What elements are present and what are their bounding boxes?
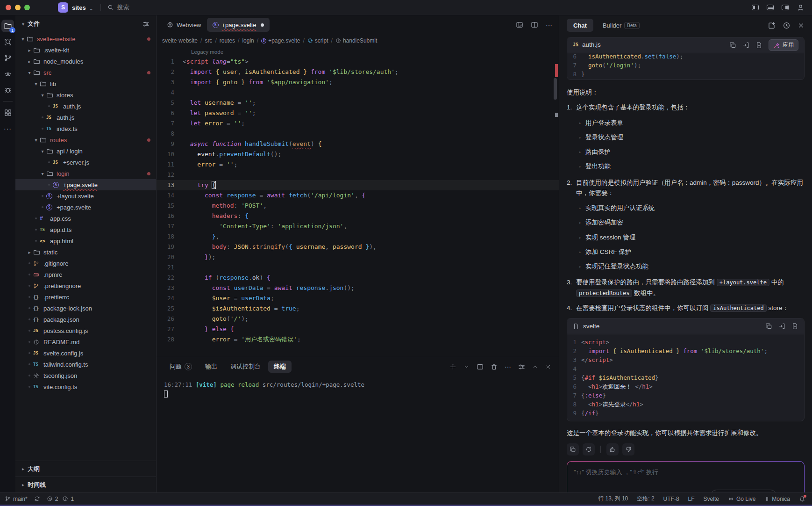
copy-icon[interactable] [765, 323, 772, 330]
copy-message-button[interactable] [567, 443, 579, 455]
breadcrumb-item-svelte-website[interactable]: svelte-website [162, 37, 198, 44]
breadcrumb-item-routes[interactable]: routes [220, 37, 235, 44]
monica-extension[interactable]: Monica [764, 496, 790, 502]
encoding[interactable]: UTF-8 [663, 496, 679, 502]
cursor-position[interactable]: 行 13, 列 10 [598, 495, 628, 503]
git-branch-status[interactable]: main* [5, 496, 28, 502]
outline-section[interactable]: ▸ 大纲 [15, 461, 156, 477]
tree-item-tsconfig.json[interactable]: tsconfig.json [15, 370, 156, 381]
new-chat-icon[interactable] [768, 22, 776, 29]
insert-code-icon[interactable] [742, 42, 749, 49]
panel-tab-调试控制台[interactable]: 调试控制台 [225, 361, 266, 373]
tree-item-package-lock.json[interactable]: {}package-lock.json [15, 303, 156, 314]
language-mode[interactable]: Svelte [704, 496, 719, 502]
codelens[interactable]: Legacy mode [191, 47, 559, 57]
tree-item-api-login[interactable]: ▾api / login [15, 145, 156, 157]
explorer-header[interactable]: ▾ 文件 [15, 15, 156, 32]
maximize-panel-icon[interactable] [532, 364, 538, 370]
tree-item-+layout.svelte[interactable]: S+layout.svelte [15, 190, 156, 202]
activity-explorer[interactable]: 1 [1, 20, 14, 32]
terminal[interactable]: 16:27:11 [vite] page reload src/routes/l… [157, 376, 559, 492]
problems-status[interactable]: 2 1 [47, 496, 74, 502]
panel-tab-问题[interactable]: 问题3 [164, 361, 198, 373]
maximize-window-button[interactable] [24, 5, 30, 10]
activity-source-control[interactable] [1, 51, 14, 64]
terminal-dropdown-icon[interactable] [463, 364, 470, 370]
panel-more-icon[interactable]: ··· [505, 363, 511, 370]
tree-item-login[interactable]: ▾login [15, 168, 156, 179]
scrollbar-thumb[interactable] [554, 78, 557, 100]
tree-item-src[interactable]: ▾src [15, 67, 156, 78]
tree-item-.prettierignore[interactable]: .prettierignore [15, 280, 156, 291]
sync-status[interactable] [34, 496, 40, 502]
activity-remote-explorer[interactable] [1, 67, 14, 80]
minimize-window-button[interactable] [15, 5, 21, 10]
close-panel-icon[interactable] [798, 22, 805, 29]
tree-item-auth.js[interactable]: JSauth.js [15, 112, 156, 123]
split-terminal-icon[interactable] [477, 363, 484, 370]
new-terminal-icon[interactable] [449, 363, 456, 370]
notifications[interactable] [799, 496, 805, 502]
tree-item-svelte.config.js[interactable]: JSsvelte.config.js [15, 347, 156, 359]
customize-layout-icon[interactable] [516, 21, 523, 29]
breadcrumb-item-login[interactable]: login [242, 37, 254, 44]
tree-item-+page.svelte[interactable]: S+page.svelte [15, 179, 156, 190]
reference-button[interactable]: # 引用 [574, 491, 591, 492]
editor-tab-+page.svelte[interactable]: S+page.svelte [207, 18, 270, 32]
activity-extensions[interactable] [1, 106, 14, 119]
panel-tab-终端[interactable]: 终端 [268, 361, 292, 373]
split-editor-icon[interactable] [531, 21, 538, 29]
breadcrumb-item-script[interactable]: script [307, 37, 328, 44]
tree-item-package.json[interactable]: {}package.json [15, 314, 156, 325]
new-file-icon[interactable] [755, 42, 762, 49]
tree-item-auth.js[interactable]: JSauth.js [15, 101, 156, 112]
breadcrumb-item-handleSubmit[interactable]: handleSubmit [335, 37, 377, 44]
close-window-button[interactable] [6, 5, 11, 10]
toggle-sidebar-icon[interactable] [752, 5, 759, 10]
more-actions-icon[interactable]: ··· [546, 21, 552, 29]
tree-item-app.html[interactable]: <>app.html [15, 235, 156, 246]
thumbs-down-button[interactable] [622, 443, 634, 455]
eol[interactable]: LF [688, 496, 695, 502]
tree-item-index.ts[interactable]: TSindex.ts [15, 123, 156, 134]
panel-tab-输出[interactable]: 输出 [199, 361, 223, 373]
close-panel-icon[interactable] [545, 364, 551, 370]
indentation[interactable]: 空格: 2 [637, 495, 654, 503]
tree-item-postcss.config.js[interactable]: JSpostcss.config.js [15, 325, 156, 336]
tree-item-svelte-website[interactable]: ▾svelte-website [15, 33, 156, 44]
workspace-name[interactable]: sites [72, 4, 86, 11]
tree-item-.svelte-kit[interactable]: ▸.svelte-kit [15, 44, 156, 56]
activity-debug[interactable] [1, 83, 14, 96]
breadcrumb-item-src[interactable]: src [205, 37, 212, 44]
tree-item-stores[interactable]: ▾stores [15, 89, 156, 101]
account-icon[interactable] [797, 4, 805, 12]
tree-item-static[interactable]: ▸static [15, 246, 156, 258]
tree-item-.prettierrc[interactable]: {}.prettierrc [15, 291, 156, 303]
tab-builder[interactable]: Builder Beta [596, 19, 646, 32]
timeline-section[interactable]: ▸ 时间线 [15, 477, 156, 492]
go-live[interactable]: Go Live [728, 496, 755, 502]
tree-item-.npmrc[interactable]: .npmrc [15, 269, 156, 280]
tree-item-+server.js[interactable]: JS+server.js [15, 157, 156, 168]
toggle-rightpanel-icon[interactable] [782, 5, 789, 10]
tree-item-README.md[interactable]: README.md [15, 336, 156, 347]
tree-item-node_modules[interactable]: ▸node_modules [15, 56, 156, 67]
tree-item-app.css[interactable]: #app.css [15, 213, 156, 224]
apply-button[interactable]: 应用 [769, 39, 798, 51]
chat-input[interactable] [574, 469, 798, 476]
panel-filter-icon[interactable] [518, 363, 525, 370]
breadcrumb-item-+page.svelte[interactable]: S+page.svelte [261, 37, 300, 44]
tree-item-vite.config.ts[interactable]: TSvite.config.ts [15, 381, 156, 392]
explorer-settings-icon[interactable] [142, 21, 150, 28]
code-editor[interactable]: Legacy mode 1<script lang="ts">2 import … [157, 47, 559, 357]
thumbs-up-button[interactable] [606, 443, 619, 455]
activity-search[interactable] [1, 36, 14, 48]
model-selector[interactable]: Claude-3.5-Sonnet [711, 490, 776, 492]
tree-item-app.d.ts[interactable]: TSapp.d.ts [15, 224, 156, 235]
workspace-chevron-down-icon[interactable]: ⌄ [89, 5, 94, 12]
kill-terminal-icon[interactable] [491, 363, 498, 370]
editor-tab-Webview[interactable]: Webview [161, 18, 207, 32]
history-icon[interactable] [783, 22, 791, 29]
regenerate-button[interactable] [583, 443, 595, 455]
send-icon[interactable] [790, 492, 798, 492]
